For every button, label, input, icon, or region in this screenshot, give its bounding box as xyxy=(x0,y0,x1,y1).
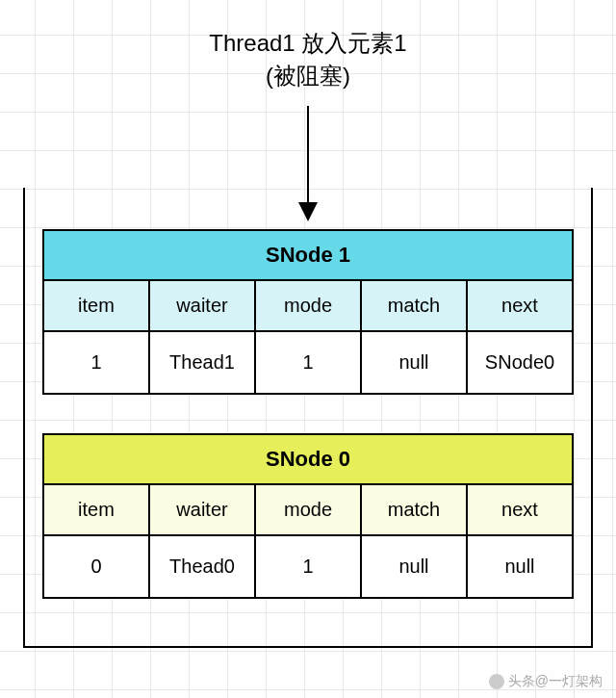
caption-line2: (被阻塞) xyxy=(0,60,616,92)
field-value: 1 xyxy=(44,332,150,393)
field-value: Thead1 xyxy=(150,332,256,393)
field-value: Thead0 xyxy=(150,536,256,597)
watermark-text: 头条@一灯架构 xyxy=(508,673,603,690)
field-label: match xyxy=(362,485,468,534)
snode-0-title: SNode 0 xyxy=(44,435,572,485)
field-label: match xyxy=(362,281,468,330)
field-label: next xyxy=(468,281,572,330)
field-label: item xyxy=(44,485,150,534)
snode-1-value-row: 1 Thead1 1 null SNode0 xyxy=(44,332,572,393)
field-value: null xyxy=(362,536,468,597)
snode-0-value-row: 0 Thead0 1 null null xyxy=(44,536,572,597)
field-label: waiter xyxy=(150,281,256,330)
field-value: 0 xyxy=(44,536,150,597)
field-value: 1 xyxy=(256,332,362,393)
field-label: mode xyxy=(256,485,362,534)
snode-1-title: SNode 1 xyxy=(44,231,572,281)
field-label: waiter xyxy=(150,485,256,534)
snode-0: SNode 0 item waiter mode match next 0 Th… xyxy=(42,433,574,599)
field-value: null xyxy=(468,536,572,597)
snode-0-field-row: item waiter mode match next xyxy=(44,485,572,536)
snode-1-field-row: item waiter mode match next xyxy=(44,281,572,332)
diagram-caption: Thread1 放入元素1 (被阻塞) xyxy=(0,27,616,91)
watermark-icon xyxy=(489,674,504,689)
caption-line1: Thread1 放入元素1 xyxy=(0,27,616,60)
field-label: item xyxy=(44,281,150,330)
field-label: next xyxy=(468,485,572,534)
field-value: SNode0 xyxy=(468,332,572,393)
field-value: 1 xyxy=(256,536,362,597)
field-value: null xyxy=(362,332,468,393)
snode-1: SNode 1 item waiter mode match next 1 Th… xyxy=(42,229,574,395)
field-label: mode xyxy=(256,281,362,330)
watermark: 头条@一灯架构 xyxy=(489,673,603,690)
